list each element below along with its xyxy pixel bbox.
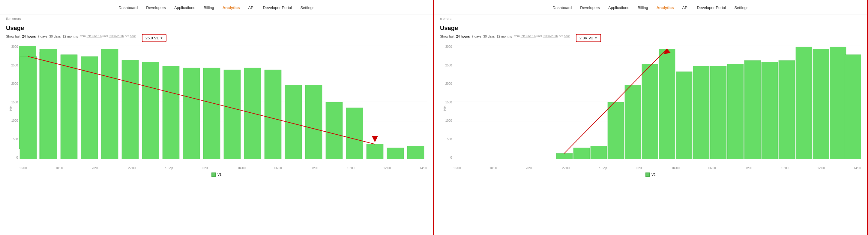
svg-rect-51 — [676, 72, 692, 159]
legend-color-left — [212, 173, 216, 177]
nav-settings-left[interactable]: Settings — [300, 5, 314, 10]
svg-rect-28 — [387, 148, 404, 159]
svg-rect-20 — [224, 70, 241, 159]
nav-api-left[interactable]: API — [248, 5, 255, 10]
legend-label-left: V1 — [217, 173, 221, 176]
svg-rect-50 — [659, 49, 675, 159]
svg-rect-10 — [20, 56, 37, 159]
nav-developer-portal-right[interactable]: Developer Portal — [697, 5, 726, 10]
period-30d-left[interactable]: 30 days — [49, 34, 61, 38]
svg-rect-45 — [574, 148, 590, 159]
right-panel: Dashboard Developers Applications Billin… — [434, 0, 868, 235]
chart-svg-right — [453, 45, 861, 159]
legend-color-right — [646, 173, 650, 177]
legend-left: V1 — [6, 173, 427, 177]
nav-analytics-left[interactable]: Analytics — [222, 5, 240, 10]
nav-billing-right[interactable]: Billing — [638, 5, 648, 10]
nav-settings-right[interactable]: Settings — [734, 5, 748, 10]
svg-rect-52 — [693, 66, 709, 159]
nav-api-right[interactable]: API — [682, 5, 689, 10]
nav-developer-portal-left[interactable]: Developer Portal — [263, 5, 292, 10]
y-axis-right: 3000 2500 2000 1500 1000 500 0 — [440, 45, 453, 159]
period-12m-right[interactable]: 12 months — [497, 34, 512, 38]
svg-rect-27 — [367, 144, 383, 159]
svg-rect-56 — [762, 62, 778, 159]
svg-rect-22 — [265, 70, 281, 159]
version-dropdown-arrow-left: ▼ — [160, 36, 163, 40]
y-axis-left: 3000 2500 2000 1500 1000 500 0 — [6, 45, 19, 159]
chart-svg-left — [19, 45, 427, 159]
svg-rect-29 — [407, 146, 424, 159]
svg-rect-54 — [727, 64, 744, 159]
svg-rect-18 — [183, 68, 200, 159]
breadcrumb-left: tion errors — [0, 15, 433, 22]
svg-rect-44 — [556, 153, 572, 159]
svg-rect-61 — [845, 55, 861, 159]
svg-rect-19 — [203, 68, 220, 159]
svg-rect-49 — [642, 64, 658, 159]
usage-section-left: Usage Show last 24 hours 7 days 30 days … — [0, 22, 433, 177]
x-axis-left: 16:00 18:00 20:00 22:00 7. Sep 02:00 04:… — [19, 166, 427, 170]
usage-controls-right: Show last 24 hours 7 days 30 days 12 mon… — [440, 34, 570, 38]
period-7d-left[interactable]: 7 days — [38, 34, 48, 38]
nav-developers-left[interactable]: Developers — [146, 5, 166, 10]
svg-line-30 — [28, 56, 375, 144]
svg-rect-25 — [326, 102, 343, 159]
svg-rect-53 — [710, 66, 726, 159]
breadcrumb-right: n errors — [434, 15, 867, 22]
show-label-left: Show last — [6, 34, 21, 38]
left-panel: Dashboard Developers Applications Billin… — [0, 0, 434, 235]
svg-rect-59 — [813, 49, 829, 159]
period-24h-left[interactable]: 24 hours — [22, 34, 36, 38]
right-nav: Dashboard Developers Applications Billin… — [434, 0, 867, 15]
legend-right: V2 — [440, 173, 861, 177]
nav-dashboard-right[interactable]: Dashboard — [553, 5, 572, 10]
svg-rect-17 — [162, 66, 179, 159]
version-badge-value-left: 25.0 V1 — [146, 36, 159, 40]
trend-arrow-left — [372, 136, 378, 142]
date-range-right: from 09/06/2016 until 09/07/2016 per hou… — [514, 34, 570, 38]
legend-label-right: V2 — [651, 173, 655, 176]
svg-rect-46 — [591, 146, 607, 159]
nav-dashboard-left[interactable]: Dashboard — [119, 5, 138, 10]
svg-rect-47 — [608, 102, 624, 159]
svg-rect-58 — [796, 47, 812, 159]
period-12m-left[interactable]: 12 months — [63, 34, 78, 38]
svg-rect-60 — [830, 47, 846, 159]
svg-rect-26 — [346, 108, 363, 159]
nav-applications-right[interactable]: Applications — [608, 5, 629, 10]
usage-section-right: Usage Show last 24 hours 7 days 30 days … — [434, 22, 867, 177]
period-30d-right[interactable]: 30 days — [483, 34, 495, 38]
x-axis-right: 16:00 18:00 20:00 22:00 7. Sep 02:00 04:… — [453, 166, 861, 170]
nav-developers-right[interactable]: Developers — [580, 5, 600, 10]
usage-title-right: Usage — [440, 25, 861, 31]
period-7d-right[interactable]: 7 days — [472, 34, 482, 38]
svg-rect-14 — [101, 49, 118, 159]
period-24h-right[interactable]: 24 hours — [456, 34, 470, 38]
nav-analytics-right[interactable]: Analytics — [656, 5, 674, 10]
svg-rect-15 — [122, 60, 138, 159]
nav-billing-left[interactable]: Billing — [204, 5, 214, 10]
svg-rect-24 — [305, 85, 322, 159]
svg-rect-48 — [625, 85, 641, 159]
svg-rect-21 — [244, 68, 261, 159]
usage-title-left: Usage — [6, 25, 427, 31]
svg-rect-57 — [779, 60, 795, 159]
version-dropdown-arrow-right: ▼ — [594, 36, 597, 40]
nav-applications-left[interactable]: Applications — [174, 5, 195, 10]
show-label-right: Show last — [440, 34, 455, 38]
left-nav: Dashboard Developers Applications Billin… — [0, 0, 433, 15]
version-badge-value-right: 2.8K V2 — [580, 36, 593, 40]
usage-controls-left: Show last 24 hours 7 days 30 days 12 mon… — [6, 34, 136, 38]
svg-rect-55 — [744, 60, 761, 159]
date-range-left: from 09/06/2016 until 09/07/2016 per hou… — [80, 34, 136, 38]
svg-rect-12 — [61, 55, 78, 159]
svg-rect-16 — [142, 62, 159, 159]
y-axis-label-right: Hits — [443, 105, 446, 111]
version-badge-left[interactable]: 25.0 V1 ▼ — [142, 34, 167, 42]
svg-rect-11 — [40, 49, 57, 159]
version-badge-right[interactable]: 2.8K V2 ▼ — [576, 34, 601, 42]
y-axis-label-left: Hits — [9, 105, 12, 111]
